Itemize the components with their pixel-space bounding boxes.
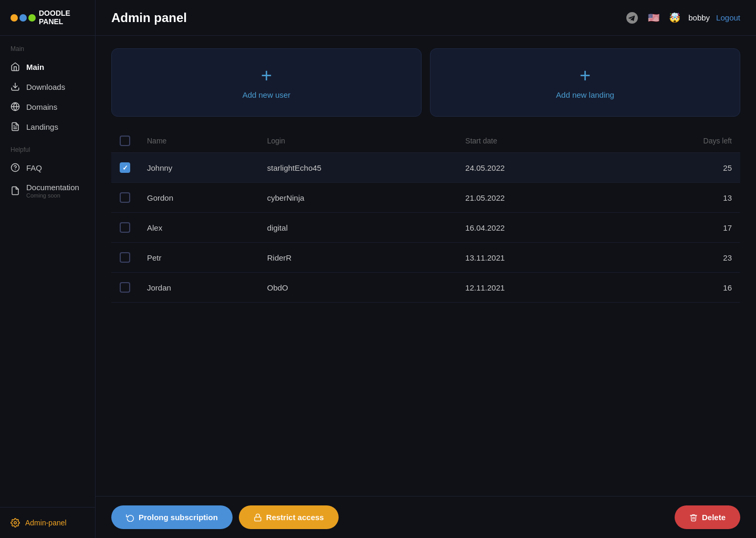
row-checkbox-2[interactable]: [120, 222, 130, 233]
sidebar-item-faq[interactable]: FAQ: [0, 158, 95, 178]
sidebar-section-main-label: Main: [0, 36, 95, 57]
row-login-4: ObdO: [259, 273, 457, 303]
row-login-1: cyberNinja: [259, 183, 457, 213]
user-table: Name Login Start date Days left Johnnyst…: [111, 129, 740, 303]
documentation-icon: [10, 186, 20, 195]
logo-line2: PANEL: [39, 18, 70, 26]
row-name-2: Alex: [139, 213, 259, 243]
row-start-date-3: 13.11.2021: [457, 243, 614, 273]
faq-icon: [10, 163, 20, 172]
row-days-left-4: 16: [614, 273, 740, 303]
logo-circle-orange: [10, 14, 18, 22]
table-body: JohnnystarlightEcho4524.05.202225Gordonc…: [111, 153, 740, 303]
table-row: JohnnystarlightEcho4524.05.202225: [111, 153, 740, 183]
svg-rect-8: [255, 517, 261, 521]
lock-icon: [254, 513, 262, 522]
row-name-0: Johnny: [139, 153, 259, 183]
col-name: Name: [139, 129, 259, 153]
row-checkbox-3[interactable]: [120, 252, 130, 263]
row-start-date-2: 16.04.2022: [457, 213, 614, 243]
row-start-date-1: 21.05.2022: [457, 183, 614, 213]
sidebar-item-landings-label: Landings: [26, 122, 58, 131]
delete-label: Delete: [702, 513, 726, 522]
table-header-row: Name Login Start date Days left: [111, 129, 740, 153]
row-start-date-4: 12.11.2021: [457, 273, 614, 303]
sidebar-item-downloads[interactable]: Downloads: [0, 77, 95, 97]
col-login: Login: [259, 129, 457, 153]
sidebar-item-main-label: Main: [26, 63, 44, 71]
admin-panel-item[interactable]: Admin-panel: [10, 518, 85, 527]
downloads-icon: [10, 82, 20, 91]
sidebar-item-faq-label: FAQ: [26, 163, 42, 172]
sidebar-item-landings[interactable]: Landings: [0, 117, 95, 137]
col-checkbox: [111, 129, 139, 153]
sidebar-item-documentation[interactable]: Documentation Coming soon: [0, 178, 95, 204]
table-row: JordanObdO12.11.202116: [111, 273, 740, 303]
bottom-bar: Prolong subscription Restrict access: [96, 496, 756, 538]
admin-panel-label: Admin-panel: [25, 519, 67, 527]
table-header: Name Login Start date Days left: [111, 129, 740, 153]
flag-us-icon[interactable]: 🇺🇸: [646, 11, 661, 25]
content-area: + Add new user + Add new landing Name Lo: [96, 36, 756, 538]
row-name-4: Jordan: [139, 273, 259, 303]
home-icon: [10, 62, 20, 71]
logo-circles: [10, 14, 36, 22]
sidebar-item-domains[interactable]: Domains: [0, 97, 95, 117]
row-login-3: RiderR: [259, 243, 457, 273]
logout-button[interactable]: Logout: [716, 13, 740, 22]
prolong-subscription-button[interactable]: Prolong subscription: [111, 505, 233, 529]
add-user-card[interactable]: + Add new user: [111, 48, 422, 117]
row-start-date-0: 24.05.2022: [457, 153, 614, 183]
action-cards: + Add new user + Add new landing: [111, 48, 740, 117]
sidebar: DOODLE PANEL Main Main Downloads: [0, 0, 96, 538]
sidebar-item-domains-label: Domains: [26, 102, 57, 111]
restrict-label: Restrict access: [266, 513, 324, 522]
logo-circle-green: [28, 14, 36, 22]
logo-area: DOODLE PANEL: [0, 0, 95, 36]
add-user-label: Add new user: [243, 90, 291, 99]
restrict-access-button[interactable]: Restrict access: [239, 505, 339, 529]
row-checkbox-1[interactable]: [120, 192, 130, 203]
sidebar-bottom: Admin-panel: [0, 507, 95, 538]
flag-emoji-icon[interactable]: 🤯: [667, 11, 682, 25]
prolong-icon: [126, 513, 134, 522]
add-user-plus-icon: +: [261, 66, 272, 85]
landings-icon: [10, 122, 20, 131]
table-row: PetrRiderR13.11.202123: [111, 243, 740, 273]
add-landing-plus-icon: +: [580, 66, 591, 85]
main-content: Admin panel 🇺🇸 🤯 bobby Logout + Add new …: [96, 0, 756, 538]
add-landing-label: Add new landing: [556, 90, 614, 99]
delete-button[interactable]: Delete: [675, 505, 740, 529]
sidebar-item-documentation-label: Documentation: [26, 183, 79, 192]
row-days-left-1: 13: [614, 183, 740, 213]
sidebar-item-documentation-sub: Coming soon: [26, 192, 79, 199]
table-row: Alexdigital16.04.202217: [111, 213, 740, 243]
header-username: bobby: [688, 13, 710, 22]
page-title: Admin panel: [111, 11, 187, 25]
header: Admin panel 🇺🇸 🤯 bobby Logout: [96, 0, 756, 36]
sidebar-item-documentation-text: Documentation Coming soon: [26, 183, 79, 199]
row-name-3: Petr: [139, 243, 259, 273]
header-right: 🇺🇸 🤯 bobby Logout: [624, 10, 740, 26]
bottom-left-actions: Prolong subscription Restrict access: [111, 505, 339, 529]
sidebar-section-helpful-label: Helpful: [0, 137, 95, 158]
row-days-left-0: 25: [614, 153, 740, 183]
telegram-icon[interactable]: [624, 10, 640, 26]
table-row: GordoncyberNinja21.05.202213: [111, 183, 740, 213]
row-login-0: starlightEcho45: [259, 153, 457, 183]
col-days-left: Days left: [614, 129, 740, 153]
row-name-1: Gordon: [139, 183, 259, 213]
sidebar-item-main[interactable]: Main: [0, 57, 95, 77]
domains-icon: [10, 102, 20, 111]
sidebar-item-downloads-label: Downloads: [26, 82, 65, 91]
row-days-left-2: 17: [614, 213, 740, 243]
trash-icon: [689, 513, 698, 522]
add-landing-card[interactable]: + Add new landing: [430, 48, 740, 117]
logo-line1: DOODLE: [39, 9, 70, 17]
row-checkbox-0[interactable]: [120, 162, 130, 173]
row-days-left-3: 23: [614, 243, 740, 273]
logo-circle-blue: [19, 14, 27, 22]
logo-text: DOODLE PANEL: [39, 9, 70, 26]
header-checkbox[interactable]: [120, 136, 130, 146]
row-checkbox-4[interactable]: [120, 282, 130, 293]
